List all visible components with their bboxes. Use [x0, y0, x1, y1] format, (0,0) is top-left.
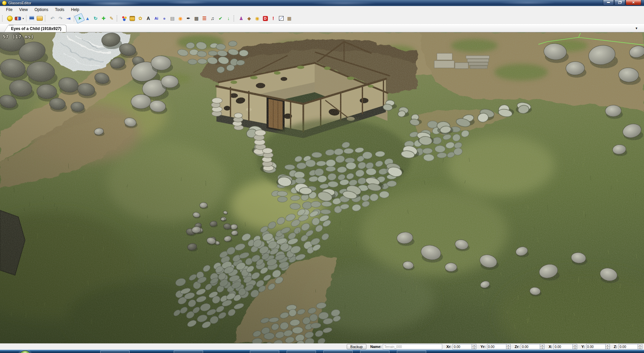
menubar: FileViewOptionsToolsHelp — [0, 6, 644, 13]
toolbar-grip — [117, 15, 119, 21]
zr-input[interactable] — [521, 344, 540, 349]
stereo-view-tool-icon[interactable] — [14, 14, 22, 22]
flower-settings-tool[interactable]: ✿ — [136, 14, 144, 22]
toolbar-grip — [233, 15, 236, 21]
taskbar-button[interactable] — [397, 350, 426, 353]
fps-counter: 57 (17 ms) — [3, 34, 34, 39]
x-spin-down[interactable]: ▼ — [573, 347, 577, 349]
close-icon: ✕ — [632, 1, 635, 4]
open-button-icon[interactable] — [36, 14, 44, 22]
x-spinner: ▲▼ — [573, 344, 577, 349]
yr-input[interactable] — [487, 344, 506, 349]
goto-line-tool[interactable]: ⇥ — [64, 14, 72, 22]
cube-tool-icon[interactable] — [277, 14, 285, 22]
yr-spinner: ▲▼ — [506, 344, 511, 349]
save-button-icon[interactable] — [28, 14, 36, 22]
character-tool[interactable]: ♟ — [237, 14, 245, 22]
zr-spin-down[interactable]: ▼ — [540, 347, 544, 349]
folder-icon — [37, 16, 43, 21]
grid-tool[interactable]: ▦ — [285, 14, 293, 22]
zr-label: Zr: — [515, 345, 520, 349]
smiley-tool-icon[interactable] — [6, 14, 14, 22]
x-label: X: — [548, 345, 552, 349]
coin-tool[interactable]: ◉ — [253, 14, 261, 22]
taskbar-button[interactable] — [323, 350, 353, 353]
toolbar-separator — [26, 15, 26, 22]
stereo-view-caret-icon[interactable]: ▾ — [22, 17, 25, 20]
texture-tool[interactable]: ▩ — [192, 14, 200, 22]
sound-tool[interactable]: ♫ — [208, 14, 216, 22]
layers-tool[interactable]: ☰ — [200, 14, 208, 22]
viewport-3d[interactable]: 57 (17 ms) — [0, 32, 644, 343]
window-title: GlassesEditor — [8, 1, 31, 5]
minimize-icon — [607, 2, 610, 3]
taskbar-button[interactable] — [360, 350, 389, 353]
alert-tool[interactable]: ! — [269, 14, 277, 22]
toolbar: ▾↶↷⇥➤▲↻✚✎✿AAi●▤◉✒▩☰♫✔↓♟◆◉D!▦ — [0, 13, 644, 24]
xr-input[interactable] — [453, 344, 472, 349]
minimize-button[interactable] — [603, 0, 614, 5]
check-pen-tool[interactable]: ✔ — [216, 14, 224, 22]
light-tool[interactable]: ◉ — [176, 14, 184, 22]
restore-button[interactable] — [614, 0, 625, 5]
objects-tool-icon[interactable] — [120, 14, 128, 22]
paintbrush-tool[interactable]: ✒ — [184, 14, 192, 22]
dialog-tool[interactable]: ▤ — [168, 14, 176, 22]
taskbar-button[interactable] — [100, 350, 130, 353]
move-tool[interactable]: ▲ — [84, 14, 92, 22]
scene-canvas[interactable] — [0, 32, 644, 343]
menu-options[interactable]: Options — [31, 6, 51, 13]
ai-text-tool[interactable]: Ai — [152, 14, 160, 22]
toolbar-grip — [45, 15, 47, 21]
redo-button[interactable]: ↷ — [56, 14, 64, 22]
cube-icon — [279, 16, 284, 21]
chest-tool[interactable]: ◆ — [245, 14, 253, 22]
taskbar-button[interactable] — [174, 350, 203, 353]
document-tool[interactable]: D — [261, 14, 269, 22]
app-icon — [2, 1, 7, 5]
titlebar: GlassesEditor ✕ — [0, 0, 644, 6]
xr-spin-down[interactable]: ▼ — [472, 347, 476, 349]
menu-file[interactable]: File — [3, 6, 16, 13]
toolbar-grip — [2, 15, 5, 21]
tab-list-dropdown[interactable]: ▼ — [635, 27, 638, 30]
y-spin-down[interactable]: ▼ — [606, 347, 610, 349]
zr-spinner: ▲▼ — [540, 344, 544, 349]
rotate-tool[interactable]: ↻ — [92, 14, 100, 22]
app-window: GlassesEditor ✕ FileViewOptionsToolsHelp… — [0, 0, 644, 353]
taskbar-button[interactable] — [287, 350, 316, 353]
balls-icon — [122, 16, 127, 21]
yr-label: Yr: — [480, 345, 485, 349]
menu-help[interactable]: Help — [68, 6, 83, 13]
smiley-icon — [7, 16, 13, 21]
x-input[interactable] — [553, 344, 573, 349]
menu-view[interactable]: View — [16, 6, 31, 13]
name-input[interactable] — [383, 344, 442, 349]
restore-icon — [618, 1, 621, 4]
z-input[interactable] — [619, 344, 638, 349]
tabbar: Eyes of a Child (1918x927) ▼ — [0, 24, 644, 32]
scale-tool[interactable]: ✚ — [100, 14, 108, 22]
z-spin-down[interactable]: ▼ — [638, 347, 642, 349]
close-button[interactable]: ✕ — [626, 0, 641, 5]
y-label: Y: — [581, 345, 585, 349]
menu-tools[interactable]: Tools — [52, 6, 68, 13]
tab-label: Eyes of a Child (1918x927) — [11, 26, 61, 31]
font-size-tool[interactable]: A — [144, 14, 152, 22]
bag-icon — [130, 16, 135, 21]
y-spinner: ▲▼ — [605, 344, 610, 349]
y-input[interactable] — [586, 344, 605, 349]
backup-button[interactable]: Backup — [347, 344, 366, 349]
z-spinner: ▲▼ — [638, 344, 642, 349]
xr-label: Xr: — [446, 345, 451, 349]
tab-eyes-of-a-child[interactable]: Eyes of a Child (1918x927) — [9, 25, 66, 32]
properties-tool[interactable]: ✎ — [108, 14, 116, 22]
undo-button[interactable]: ↶ — [48, 14, 56, 22]
start-button[interactable] — [19, 350, 31, 353]
sphere-tool[interactable]: ● — [160, 14, 168, 22]
import-tool[interactable]: ↓ — [224, 14, 232, 22]
pack-tool-icon[interactable] — [128, 14, 136, 22]
name-label: Name: — [370, 345, 382, 349]
yr-spin-down[interactable]: ▼ — [506, 347, 510, 349]
taskbar-button[interactable] — [250, 350, 279, 353]
